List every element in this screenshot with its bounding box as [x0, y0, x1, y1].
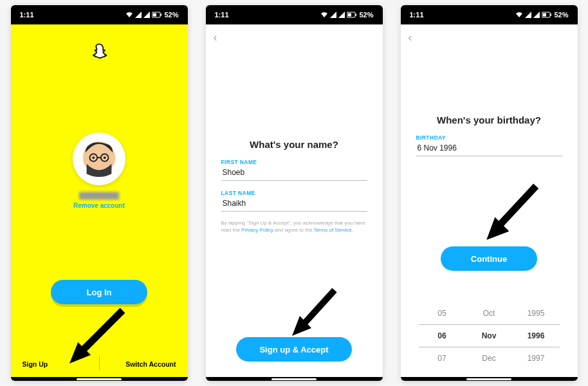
svg-marker-15	[292, 316, 311, 336]
battery-pct: 52%	[359, 11, 373, 19]
day-column[interactable]: 05 06 07	[419, 302, 466, 369]
status-icons: 52%	[125, 11, 178, 19]
status-bar: 1:11 52%	[401, 5, 578, 24]
battery-icon	[542, 12, 552, 18]
battery-pct: 52%	[164, 11, 178, 19]
battery-pct: 52%	[554, 11, 568, 19]
svg-line-9	[80, 311, 122, 353]
bitmoji-avatar-icon	[79, 139, 119, 179]
svg-line-14	[302, 290, 335, 326]
login-body: Remove account Log In Sign Up Switch Acc…	[11, 24, 188, 381]
terms-link[interactable]: Terms of Service	[313, 227, 352, 233]
firstname-label: FIRST NAME	[221, 159, 367, 165]
signal-icon	[135, 12, 142, 18]
picker-day[interactable]: 05	[419, 302, 466, 324]
back-button[interactable]: ‹	[214, 31, 217, 44]
back-button[interactable]: ‹	[409, 31, 412, 44]
month-column[interactable]: Oct Nov Dec	[466, 302, 513, 369]
birthday-body: ‹ When's your birthday? BIRTHDAY 6 Nov 1…	[401, 24, 578, 381]
signup-link[interactable]: Sign Up	[23, 360, 48, 368]
battery-icon	[152, 12, 162, 18]
year-column[interactable]: 1995 1996 1997	[513, 302, 560, 369]
svg-rect-2	[161, 14, 162, 16]
lastname-label: LAST NAME	[221, 190, 367, 196]
clock: 1:11	[410, 11, 424, 19]
avatar[interactable]	[73, 133, 125, 185]
picker-year[interactable]: 1995	[513, 302, 560, 324]
battery-icon	[347, 12, 357, 18]
signal-icon	[525, 12, 531, 18]
picker-day[interactable]: 07	[419, 347, 466, 369]
birthday-input[interactable]: 6 Nov 1996	[416, 141, 562, 156]
picker-year-selected[interactable]: 1996	[513, 324, 560, 347]
svg-rect-1	[153, 14, 157, 17]
svg-point-7	[92, 156, 95, 159]
username-redacted	[79, 192, 119, 199]
privacy-policy-link[interactable]: Privacy Policy	[241, 227, 273, 233]
picker-year[interactable]: 1997	[513, 347, 560, 369]
arrow-annotation-icon	[478, 178, 549, 248]
picker-day-selected[interactable]: 06	[419, 324, 466, 347]
legal-text: By tapping "Sign Up & Accept", you ackno…	[221, 219, 367, 234]
svg-rect-13	[356, 14, 357, 16]
status-icons: 52%	[320, 11, 373, 19]
screen-birthday: 1:11 52% ‹ When's your birthday? BIRTHDA…	[401, 5, 578, 381]
svg-marker-20	[486, 217, 509, 240]
nav-bar	[206, 377, 383, 381]
status-bar: 1:11 52%	[11, 5, 188, 24]
page-title: What's your name?	[221, 139, 367, 150]
svg-rect-12	[348, 14, 352, 17]
birthday-label: BIRTHDAY	[416, 134, 562, 141]
wifi-icon	[515, 12, 523, 18]
page-title: When's your birthday?	[416, 115, 562, 125]
snapchat-ghost-icon	[89, 42, 109, 62]
arrow-annotation-icon	[283, 280, 347, 345]
lastname-input[interactable]: Shaikh	[221, 196, 367, 212]
continue-button[interactable]: Continue	[441, 246, 537, 271]
status-icons: 52%	[515, 11, 568, 19]
wifi-icon	[125, 12, 133, 18]
firstname-input[interactable]: Shoeb	[221, 165, 367, 181]
name-body: ‹ What's your name? FIRST NAME Shoeb LAS…	[206, 24, 383, 381]
svg-line-19	[497, 186, 535, 227]
screen-login: 1:11 52% Remove account Log In	[11, 5, 188, 381]
clock: 1:11	[20, 11, 34, 19]
picker-month-selected[interactable]: Nov	[466, 324, 513, 347]
status-bar: 1:11 52%	[206, 5, 383, 24]
picker-month[interactable]: Dec	[466, 347, 513, 369]
svg-point-8	[104, 156, 106, 159]
signal2-icon	[338, 12, 345, 18]
clock: 1:11	[215, 11, 229, 19]
remove-account-link[interactable]: Remove account	[73, 202, 125, 209]
date-picker[interactable]: 05 06 07 Oct Nov Dec 1995 1996 1997	[407, 302, 571, 369]
divider	[99, 356, 100, 371]
wifi-icon	[320, 12, 328, 18]
svg-rect-17	[543, 14, 547, 17]
login-button[interactable]: Log In	[51, 280, 147, 304]
signal-icon	[330, 12, 336, 18]
switch-account-link[interactable]: Switch Account	[125, 360, 176, 368]
svg-rect-18	[551, 14, 552, 16]
nav-bar	[11, 377, 188, 381]
signup-accept-button[interactable]: Sign up & Accept	[236, 337, 352, 362]
signal2-icon	[143, 12, 150, 18]
screen-name: 1:11 52% ‹ What's your name? FIRST NAME …	[206, 5, 383, 381]
nav-bar	[401, 377, 578, 381]
picker-month[interactable]: Oct	[466, 302, 513, 324]
signal2-icon	[533, 12, 540, 18]
